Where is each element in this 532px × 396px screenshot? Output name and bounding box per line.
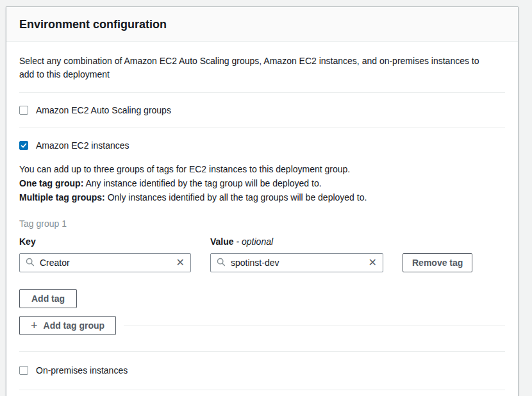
page-title: Environment configuration [19,17,505,32]
environment-configuration-card: Environment configuration Select any com… [6,6,519,396]
help-line-1: You can add up to three groups of tags f… [19,162,505,176]
help-line-3-bold: Multiple tag groups: [19,192,105,202]
remove-tag-button[interactable]: Remove tag [403,253,472,272]
add-tag-group-label: Add tag group [44,317,105,334]
plus-icon: + [31,320,38,331]
key-field-container: ✕ [19,253,191,272]
tag-group-title: Tag group 1 [19,217,505,230]
search-icon [217,258,231,268]
field-labels-row: Key Value - optional [19,235,505,248]
card-header: Environment configuration [6,7,518,42]
add-tag-group-row: + Add tag group [19,316,505,335]
checkbox-row-ec2-instances[interactable]: Amazon EC2 instances [19,128,505,152]
checkbox-row-auto-scaling-groups[interactable]: Amazon EC2 Auto Scaling groups [19,93,505,128]
divider [124,326,505,326]
value-optional-tag: - optional [236,236,273,247]
divider [19,390,505,390]
key-input[interactable] [40,258,172,268]
ec2-tags-help-text: You can add up to three groups of tags f… [19,162,505,204]
help-line-2-rest: Any instance identified by the tag group… [83,178,321,188]
checkbox-row-on-premises[interactable]: On-premises instances [19,352,505,390]
help-line-3: Multiple tag groups: Only instances iden… [19,190,505,204]
auto-scaling-groups-checkbox[interactable] [19,106,28,115]
on-premises-checkbox[interactable] [19,366,28,375]
card-body: Select any combination of Amazon EC2 Aut… [6,54,518,396]
key-label: Key [19,236,36,247]
clear-key-icon[interactable]: ✕ [176,258,185,268]
help-line-3-rest: Only instances identified by all the tag… [105,192,367,202]
value-input[interactable] [231,258,365,268]
search-icon [26,258,40,268]
value-label: Value - optional [210,236,273,247]
help-line-2: One tag group: Any instance identified b… [19,176,505,190]
clear-value-icon[interactable]: ✕ [369,258,377,268]
auto-scaling-groups-label: Amazon EC2 Auto Scaling groups [36,104,171,117]
value-field-container: ✕ [210,253,383,272]
on-premises-label: On-premises instances [36,364,128,377]
add-tag-button[interactable]: Add tag [19,289,77,308]
ec2-instances-label: Amazon EC2 instances [36,139,129,152]
value-label-text: Value [210,236,234,247]
check-icon [20,142,28,149]
section-description: Select any combination of Amazon EC2 Aut… [19,54,490,81]
add-tag-group-button[interactable]: + Add tag group [19,316,116,335]
help-line-2-bold: One tag group: [19,178,83,188]
tag-fields-row: ✕ ✕ Remove tag [19,253,505,272]
ec2-instances-checkbox[interactable] [19,141,28,150]
